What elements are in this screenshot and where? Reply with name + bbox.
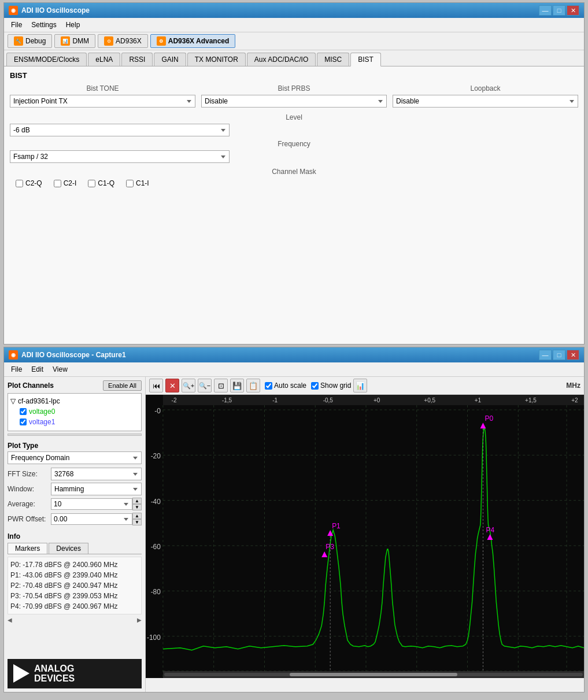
plot-zoom-out-btn[interactable]: 🔍− bbox=[198, 379, 212, 392]
window-select[interactable]: Hamming Hann Blackman None bbox=[51, 483, 142, 495]
plot-area-container: ⏮ ✕ 🔍+ 🔍− ⊡ 💾 📋 Auto scale Show grid 📊 M… bbox=[146, 377, 584, 692]
bist-prbs-col: Bist PRBS Disable PRBS7 PRBS15 bbox=[201, 84, 387, 108]
voltage0-checkbox[interactable] bbox=[20, 408, 27, 415]
x-axis: -2 -1,5 -1 -0,5 +0 +0,5 +1 +1,5 +2 bbox=[163, 395, 584, 405]
channel-c1q[interactable]: C1-Q bbox=[88, 179, 114, 187]
plot-first-btn[interactable]: ⏮ bbox=[149, 379, 163, 392]
plot-save-btn[interactable]: 💾 bbox=[230, 379, 244, 392]
info-tab-markers[interactable]: Markers bbox=[8, 543, 47, 554]
plot-zoom-in-btn[interactable]: 🔍+ bbox=[182, 379, 195, 392]
pwr-offset-down-btn[interactable]: ▼ bbox=[132, 519, 142, 525]
menu-help[interactable]: Help bbox=[61, 19, 85, 31]
fft-size-select[interactable]: 32768 16384 8192 bbox=[51, 468, 142, 480]
level-select[interactable]: -6 dB -12 dB -18 dB -24 dB bbox=[10, 124, 230, 136]
plot-copy-btn[interactable]: 📋 bbox=[246, 379, 260, 392]
channel-list-scrollbar[interactable] bbox=[8, 434, 142, 436]
tab-ensm[interactable]: ENSM/MODE/Clocks bbox=[6, 53, 87, 66]
frequency-select[interactable]: Fsamp / 32 Fsamp / 16 Fsamp / 8 bbox=[10, 150, 230, 163]
info-scroll: ◀ ▶ bbox=[8, 617, 142, 623]
bottom-title-bar: ◉ ADI IIO Oscilloscope - Capture1 — □ ✕ bbox=[4, 347, 584, 362]
bottom-menu-file[interactable]: File bbox=[6, 364, 27, 375]
channel-mask-label: Channel Mask bbox=[10, 168, 578, 176]
top-title-bar: ◉ ADI IIO Oscilloscope — □ ✕ bbox=[4, 3, 584, 18]
c1q-label: C1-Q bbox=[98, 179, 114, 187]
tab-bist[interactable]: BIST bbox=[350, 53, 381, 66]
maximize-button[interactable]: □ bbox=[553, 5, 565, 16]
voltage1-checkbox[interactable] bbox=[20, 418, 27, 425]
bottom-minimize-button[interactable]: — bbox=[539, 350, 552, 360]
channel-c1i[interactable]: C1-I bbox=[126, 179, 149, 187]
info-title: Info bbox=[8, 532, 142, 540]
c2i-checkbox[interactable] bbox=[54, 180, 61, 187]
plot-export-btn[interactable]: 📊 bbox=[353, 379, 367, 392]
pwr-offset-row: PWR Offset: ▲ ▼ bbox=[8, 513, 142, 525]
average-row: Average: ▲ ▼ bbox=[8, 498, 142, 510]
show-grid-check[interactable]: Show grid bbox=[311, 382, 351, 390]
toolbar-ad936x[interactable]: ⚙ AD936X bbox=[98, 34, 148, 48]
c1q-checkbox[interactable] bbox=[88, 180, 95, 187]
bottom-menu-edit[interactable]: Edit bbox=[27, 364, 48, 375]
bottom-menu-view[interactable]: View bbox=[48, 364, 72, 375]
bist-prbs-select[interactable]: Disable PRBS7 PRBS15 bbox=[201, 95, 387, 108]
average-up-btn[interactable]: ▲ bbox=[132, 498, 142, 504]
tab-tx-monitor[interactable]: TX MONITOR bbox=[187, 53, 246, 66]
bist-loopback-label: Loopback bbox=[393, 84, 578, 92]
ad936x-advanced-icon: ⚙ bbox=[157, 36, 166, 46]
enable-all-button[interactable]: Enable All bbox=[103, 380, 142, 391]
c1i-checkbox[interactable] bbox=[126, 180, 134, 187]
fft-size-row: FFT Size: 32768 16384 8192 bbox=[8, 468, 142, 480]
y-label-0: -0 bbox=[154, 407, 161, 415]
pwr-offset-up-btn[interactable]: ▲ bbox=[132, 513, 142, 519]
device-name: cf-ad9361-lpc bbox=[18, 397, 60, 405]
info-section: Info Markers Devices P0: -17.78 dBFS @ 2… bbox=[8, 532, 142, 614]
average-input[interactable] bbox=[51, 498, 132, 510]
menu-file[interactable]: File bbox=[6, 19, 27, 31]
menu-settings[interactable]: Settings bbox=[27, 19, 61, 31]
close-button[interactable]: ✕ bbox=[567, 5, 579, 16]
show-grid-checkbox[interactable] bbox=[311, 382, 319, 390]
auto-scale-checkbox[interactable] bbox=[265, 382, 272, 390]
channel-c2i[interactable]: C2-I bbox=[54, 179, 77, 187]
plot-type-select[interactable]: Frequency Domain Time Domain Constellati… bbox=[8, 451, 142, 464]
scroll-left-icon[interactable]: ◀ bbox=[8, 617, 12, 623]
x-label-n15: -1,5 bbox=[222, 397, 232, 403]
pwr-offset-label: PWR Offset: bbox=[8, 515, 51, 523]
auto-scale-check[interactable]: Auto scale bbox=[265, 382, 306, 390]
bottom-window-title: ADI IIO Oscilloscope - Capture1 bbox=[21, 351, 126, 359]
scroll-right-icon[interactable]: ▶ bbox=[137, 617, 142, 623]
tab-gain[interactable]: GAIN bbox=[154, 53, 186, 66]
bist-loopback-select[interactable]: Disable Digital RF bbox=[393, 95, 578, 108]
auto-scale-label: Auto scale bbox=[274, 382, 306, 390]
bottom-maximize-button[interactable]: □ bbox=[553, 350, 565, 360]
bottom-close-button[interactable]: ✕ bbox=[567, 350, 579, 360]
c2i-label: C2-I bbox=[64, 179, 77, 187]
channel-group-label[interactable]: ▽ cf-ad9361-lpc bbox=[10, 396, 139, 406]
channel-c2q[interactable]: C2-Q bbox=[16, 179, 42, 187]
average-spinner: ▲ ▼ bbox=[132, 498, 142, 510]
tab-aux[interactable]: Aux ADC/DAC/IO bbox=[247, 53, 316, 66]
toolbar-dmm[interactable]: 📊 DMM bbox=[54, 34, 95, 48]
bist-content: BIST Bist TONE Injection Point TX Inject… bbox=[4, 66, 584, 344]
plot-zoom-fit-btn[interactable]: ⊡ bbox=[214, 379, 228, 392]
tab-elna[interactable]: eLNA bbox=[88, 53, 120, 66]
plot-stop-btn[interactable]: ✕ bbox=[165, 379, 179, 392]
toolbar-ad936x-advanced[interactable]: ⚙ AD936X Advanced bbox=[150, 34, 236, 48]
info-tab-devices[interactable]: Devices bbox=[49, 543, 88, 554]
dmm-icon: 📊 bbox=[61, 36, 70, 46]
tab-misc[interactable]: MISC bbox=[317, 53, 349, 66]
pwr-offset-input[interactable] bbox=[51, 513, 132, 525]
plot-scrollbar[interactable] bbox=[163, 671, 584, 678]
bist-tone-col: Bist TONE Injection Point TX Injection P… bbox=[10, 84, 195, 108]
minimize-button[interactable]: — bbox=[539, 5, 552, 16]
tab-rssi[interactable]: RSSI bbox=[121, 53, 153, 66]
level-label: Level bbox=[10, 113, 578, 121]
analog-devices-logo: ANALOG DEVICES bbox=[8, 659, 142, 688]
scrollbar-thumb[interactable] bbox=[290, 673, 457, 676]
average-down-btn[interactable]: ▼ bbox=[132, 504, 142, 510]
c2q-checkbox[interactable] bbox=[16, 180, 23, 187]
bist-tone-select[interactable]: Injection Point TX Injection Point RX No… bbox=[10, 95, 195, 108]
bottom-app-icon: ◉ bbox=[9, 350, 18, 360]
x-label-n1: -1 bbox=[272, 397, 278, 403]
plot-channels-header: Plot Channels Enable All bbox=[8, 380, 142, 391]
toolbar-debug[interactable]: 🔧 Debug bbox=[8, 34, 52, 48]
